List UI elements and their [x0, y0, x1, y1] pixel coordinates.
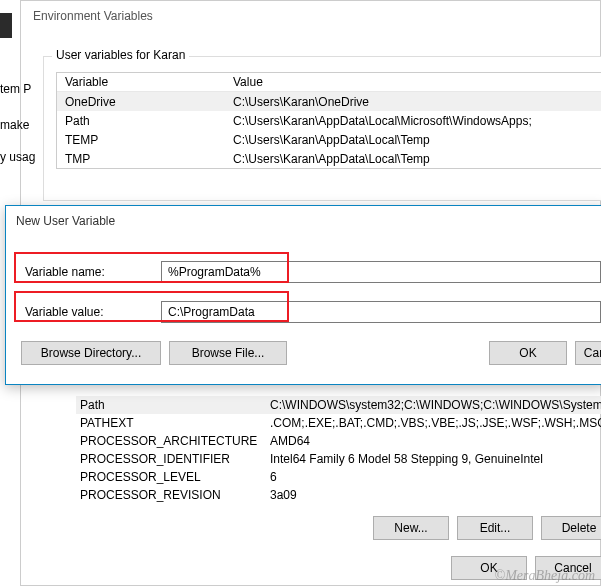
edit-button[interactable]: Edit... — [457, 516, 533, 540]
new-button[interactable]: New... — [373, 516, 449, 540]
variable-value-input[interactable] — [161, 301, 601, 323]
system-variables-table[interactable]: Path C:\WINDOWS\system32;C:\WINDOWS;C:\W… — [76, 396, 601, 504]
ok-cancel-row: OK Car — [489, 341, 601, 365]
cell-value: 6 — [266, 470, 601, 484]
table-row[interactable]: Path C:\WINDOWS\system32;C:\WINDOWS;C:\W… — [76, 396, 601, 414]
cell-variable: PATHEXT — [76, 416, 266, 430]
table-row[interactable]: Path C:\Users\Karan\AppData\Local\Micros… — [57, 111, 601, 130]
cell-variable: TMP — [57, 150, 225, 168]
watermark: ©MeraBheja.com — [495, 568, 595, 584]
bg-text-fragment: make — [0, 118, 29, 132]
browse-directory-button[interactable]: Browse Directory... — [21, 341, 161, 365]
user-variables-label: User variables for Karan — [52, 48, 189, 62]
dialog-title: New User Variable — [6, 206, 601, 236]
cell-variable: TEMP — [57, 131, 225, 149]
table-row[interactable]: OneDrive C:\Users\Karan\OneDrive — [57, 92, 601, 111]
variable-name-label: Variable name: — [21, 265, 161, 279]
cell-value: C:\Users\Karan\AppData\Local\Temp — [225, 150, 601, 168]
cell-value: Intel64 Family 6 Model 58 Stepping 9, Ge… — [266, 452, 601, 466]
bg-text-fragment: tem P — [0, 82, 31, 96]
variable-value-label: Variable value: — [21, 305, 161, 319]
variable-value-row: Variable value: — [21, 300, 601, 323]
cancel-button[interactable]: Car — [575, 341, 601, 365]
cell-value: AMD64 — [266, 434, 601, 448]
cell-value: C:\WINDOWS\system32;C:\WINDOWS;C:\WINDOW… — [266, 398, 601, 412]
column-header-value[interactable]: Value — [225, 73, 601, 91]
table-row[interactable]: PATHEXT .COM;.EXE;.BAT;.CMD;.VBS;.VBE;.J… — [76, 414, 601, 432]
cell-variable: PROCESSOR_LEVEL — [76, 470, 266, 484]
browse-file-button[interactable]: Browse File... — [169, 341, 287, 365]
cell-variable: Path — [57, 112, 225, 130]
column-header-variable[interactable]: Variable — [57, 73, 225, 91]
background-dark-block — [0, 13, 12, 38]
table-header-row: Variable Value — [57, 73, 601, 92]
cell-variable: PROCESSOR_ARCHITECTURE — [76, 434, 266, 448]
delete-button[interactable]: Delete — [541, 516, 601, 540]
cell-variable: PROCESSOR_IDENTIFIER — [76, 452, 266, 466]
variable-name-input[interactable] — [161, 261, 601, 283]
table-row[interactable]: TMP C:\Users\Karan\AppData\Local\Temp — [57, 149, 601, 168]
user-variables-groupbox: User variables for Karan Variable Value … — [43, 56, 601, 201]
variable-name-row: Variable name: — [21, 260, 601, 283]
cell-value: .COM;.EXE;.BAT;.CMD;.VBS;.VBE;.JS;.JSE;.… — [266, 416, 601, 430]
system-vars-button-row: New... Edit... Delete — [373, 516, 601, 540]
bg-text-fragment: y usag — [0, 150, 35, 164]
table-row[interactable]: PROCESSOR_ARCHITECTURE AMD64 — [76, 432, 601, 450]
cell-variable: PROCESSOR_REVISION — [76, 488, 266, 502]
cell-value: C:\Users\Karan\OneDrive — [225, 93, 601, 111]
table-row[interactable]: PROCESSOR_REVISION 3a09 — [76, 486, 601, 504]
browse-button-row: Browse Directory... Browse File... — [21, 341, 287, 365]
new-user-variable-dialog: New User Variable Variable name: Variabl… — [5, 205, 601, 385]
cell-value: C:\Users\Karan\AppData\Local\Temp — [225, 131, 601, 149]
table-row[interactable]: PROCESSOR_LEVEL 6 — [76, 468, 601, 486]
ok-button[interactable]: OK — [489, 341, 567, 365]
window-title: Environment Variables — [21, 1, 600, 31]
user-variables-table[interactable]: Variable Value OneDrive C:\Users\Karan\O… — [56, 72, 601, 169]
table-row[interactable]: PROCESSOR_IDENTIFIER Intel64 Family 6 Mo… — [76, 450, 601, 468]
cell-value: C:\Users\Karan\AppData\Local\Microsoft\W… — [225, 112, 601, 130]
cell-variable: OneDrive — [57, 93, 225, 111]
cell-variable: Path — [76, 398, 266, 412]
table-row[interactable]: TEMP C:\Users\Karan\AppData\Local\Temp — [57, 130, 601, 149]
cell-value: 3a09 — [266, 488, 601, 502]
